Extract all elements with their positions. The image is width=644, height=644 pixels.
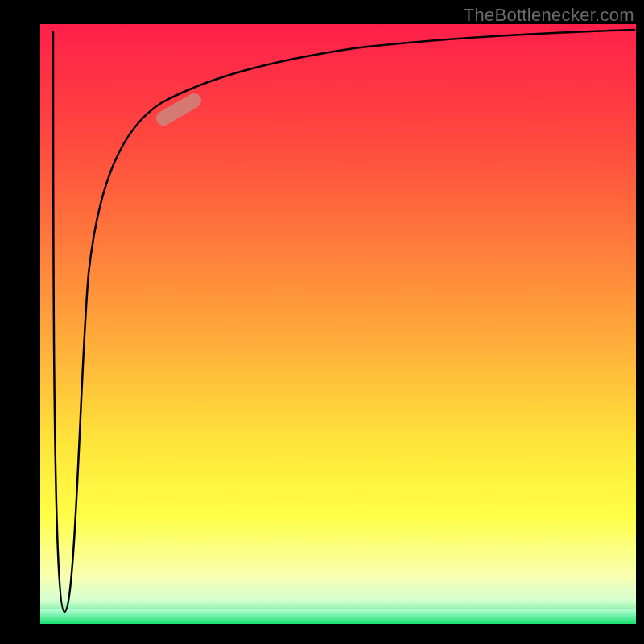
frame-right [636,0,644,644]
watermark-label: TheBottlenecker.com [464,5,634,26]
plot-area [40,24,636,624]
frame-left [0,0,40,644]
green-band [40,609,636,624]
frame-bottom [0,624,644,644]
chart-stage: TheBottlenecker.com [0,0,644,644]
